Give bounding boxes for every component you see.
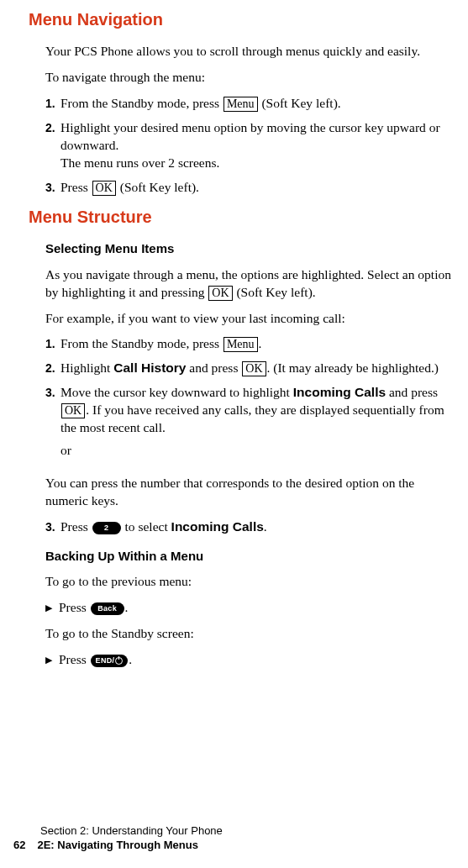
step-number: 3. — [45, 179, 60, 197]
intro-para-2: To navigate through the menu: — [45, 69, 460, 87]
step-body: Press OK (Soft Key left). — [60, 179, 460, 197]
text: . — [125, 600, 129, 614]
text: and press — [186, 360, 241, 375]
alt-para: You can press the number that correspond… — [45, 475, 460, 510]
text: Press — [59, 600, 90, 614]
page-footer: Section 2: Understanding Your Phone 622E… — [13, 823, 223, 853]
step-number: 2. — [45, 119, 60, 172]
bold-incoming: Incoming Calls — [171, 519, 264, 534]
bold-call-history: Call History — [113, 360, 186, 375]
subheading-selecting: Selecting Menu Items — [45, 240, 460, 257]
selecting-para-1: As you navigate through a menu, the opti… — [45, 266, 460, 302]
footer-chapter-line: 2E: Navigating Through Menus — [37, 839, 197, 851]
backing-para-2: To go to the Standby screen: — [45, 625, 460, 643]
text: . If you have received any calls, they a… — [60, 402, 444, 434]
text: (Soft Key left). — [117, 180, 199, 194]
step-body: Move the cursor key downward to highligh… — [60, 384, 460, 468]
nav-list: 1. From the Standby mode, press Menu (So… — [45, 95, 460, 197]
page-content: Menu Navigation Your PCS Phone allows yo… — [0, 0, 468, 669]
back-bullet-1: ▶ Press Back. — [45, 599, 460, 617]
bullet-body: Press Back. — [59, 599, 460, 617]
step-body: Press 2 to select Incoming Calls. — [60, 518, 460, 536]
text: Press — [60, 519, 92, 534]
step-number: 2. — [45, 360, 60, 377]
bullet-body: Press END/. — [59, 651, 460, 669]
text: Highlight — [60, 360, 113, 375]
section-navigation: Your PCS Phone allows you to scroll thro… — [45, 43, 460, 196]
select-step-3: 3. Move the cursor key downward to highl… — [45, 384, 460, 468]
step-body: From the Standby mode, press Menu. — [60, 335, 460, 353]
key-back: Back — [91, 602, 124, 615]
text: (Soft Key left). — [234, 285, 316, 299]
select-list-b: 3. Press 2 to select Incoming Calls. — [45, 518, 460, 536]
text: Highlight your desired menu option by mo… — [60, 120, 440, 152]
key-menu: Menu — [223, 97, 258, 112]
heading-menu-navigation: Menu Navigation — [29, 8, 460, 31]
back-bullet-2: ▶ Press END/. — [45, 651, 460, 669]
text: . (It may already be highlighted.) — [267, 360, 439, 375]
step-body: Highlight Call History and press OK. (It… — [60, 360, 460, 377]
section-structure: Selecting Menu Items As you navigate thr… — [45, 240, 460, 668]
selecting-para-2: For example, if you want to view your la… — [45, 310, 460, 328]
nav-step-2: 2. Highlight your desired menu option by… — [45, 119, 460, 172]
select-list: 1. From the Standby mode, press Menu. 2.… — [45, 335, 460, 468]
key-ok: OK — [242, 361, 266, 376]
footer-section-line: Section 2: Understanding Your Phone — [40, 823, 223, 839]
step-body: From the Standby mode, press Menu (Soft … — [60, 95, 460, 113]
text: and press — [386, 385, 438, 399]
select-step-2: 2. Highlight Call History and press OK. … — [45, 360, 460, 377]
text: From the Standby mode, press — [60, 336, 223, 350]
select-step-1: 1. From the Standby mode, press Menu. — [45, 335, 460, 353]
backing-para-1: To go to the previous menu: — [45, 573, 460, 591]
text: Move the cursor key downward to highligh… — [60, 385, 293, 399]
text: Press — [60, 180, 92, 194]
bold-incoming: Incoming Calls — [293, 385, 386, 399]
key-2: 2 — [92, 522, 121, 534]
key-menu: Menu — [223, 337, 258, 352]
text: Press — [59, 652, 90, 666]
subheading-backing: Backing Up Within a Menu — [45, 548, 460, 565]
text: (Soft Key left). — [259, 96, 341, 110]
text: END/ — [96, 655, 115, 665]
triangle-bullet-icon: ▶ — [45, 651, 59, 669]
power-icon — [115, 657, 123, 665]
text: The menu runs over 2 screens. — [60, 155, 219, 170]
text: . — [259, 336, 262, 350]
heading-menu-structure: Menu Structure — [29, 206, 460, 229]
nav-step-1: 1. From the Standby mode, press Menu (So… — [45, 95, 460, 113]
key-ok: OK — [61, 403, 85, 418]
step-body: Highlight your desired menu option by mo… — [60, 119, 460, 172]
text: . — [264, 519, 267, 534]
triangle-bullet-icon: ▶ — [45, 599, 59, 617]
step-number: 3. — [45, 384, 60, 468]
page-number: 62 — [13, 838, 25, 853]
or-line: or — [60, 442, 460, 460]
select-step-3b: 3. Press 2 to select Incoming Calls. — [45, 518, 460, 536]
step-number: 3. — [45, 518, 60, 536]
text: . — [129, 652, 132, 666]
intro-para-1: Your PCS Phone allows you to scroll thro… — [45, 43, 460, 60]
text: From the Standby mode, press — [60, 96, 223, 110]
key-ok: OK — [208, 286, 232, 301]
nav-step-3: 3. Press OK (Soft Key left). — [45, 179, 460, 197]
key-ok: OK — [92, 181, 116, 196]
text: to select — [122, 519, 171, 534]
key-end-power: END/ — [91, 655, 129, 667]
step-number: 1. — [45, 335, 60, 353]
step-number: 1. — [45, 95, 60, 113]
